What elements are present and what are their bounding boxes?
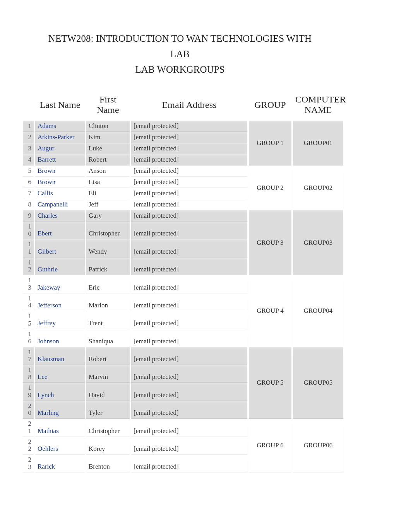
last-name-cell: Ebert bbox=[35, 222, 85, 239]
workgroups-table: Last Name First Name Email Address GROUP… bbox=[21, 89, 345, 472]
first-name-cell: Eli bbox=[86, 188, 130, 199]
last-name-cell: Brown bbox=[35, 165, 85, 177]
last-name-cell: Jeffrey bbox=[35, 311, 85, 329]
first-name-cell: Gary bbox=[86, 210, 130, 222]
table-row: 9CharlesGary[email protected]GROUP 3GROU… bbox=[23, 210, 343, 222]
first-name-cell: Korey bbox=[86, 437, 130, 455]
group-cell: GROUP 3 bbox=[249, 210, 291, 275]
last-name-link[interactable]: Klausman bbox=[38, 355, 64, 363]
last-name-link[interactable]: Jeffrey bbox=[38, 319, 56, 327]
workgroups-table-wrap: Last Name First Name Email Address GROUP… bbox=[21, 89, 339, 472]
last-name-cell: Adams bbox=[35, 121, 85, 132]
row-number: 8 bbox=[23, 199, 34, 210]
last-name-cell: Lynch bbox=[35, 383, 85, 401]
first-name-cell: Wendy bbox=[86, 239, 130, 257]
first-name-cell: David bbox=[86, 383, 130, 401]
row-number: 18 bbox=[23, 365, 34, 383]
row-number: 17 bbox=[23, 347, 34, 365]
last-name-cell: Gilbert bbox=[35, 239, 85, 257]
group-cell: GROUP 5 bbox=[249, 347, 291, 419]
last-name-link[interactable]: Brown bbox=[38, 178, 55, 186]
email-cell: [email protected] bbox=[131, 275, 247, 293]
last-name-link[interactable]: Lynch bbox=[38, 391, 54, 399]
row-number: 3 bbox=[23, 143, 34, 154]
first-name-cell: Tyler bbox=[86, 401, 130, 419]
first-name-cell: Brenton bbox=[86, 455, 130, 472]
email-cell: [email protected] bbox=[131, 401, 247, 419]
email-cell: [email protected] bbox=[131, 222, 247, 239]
last-name-cell: Brown bbox=[35, 177, 85, 188]
last-name-cell: Atkins-Parker bbox=[35, 132, 85, 143]
last-name-cell: Campanelli bbox=[35, 199, 85, 210]
col-email-header: Email Address bbox=[131, 89, 247, 121]
email-cell: [email protected] bbox=[131, 165, 247, 177]
last-name-cell: Rarick bbox=[35, 455, 85, 472]
row-number: 19 bbox=[23, 383, 34, 401]
last-name-link[interactable]: Brown bbox=[38, 167, 55, 174]
row-number: 4 bbox=[23, 154, 34, 165]
last-name-link[interactable]: Mathias bbox=[38, 427, 59, 435]
email-cell: [email protected] bbox=[131, 257, 247, 275]
last-name-link[interactable]: Ebert bbox=[38, 230, 52, 237]
email-cell: [email protected] bbox=[131, 239, 247, 257]
last-name-cell: Guthrie bbox=[35, 257, 85, 275]
row-number: 22 bbox=[23, 437, 34, 455]
last-name-link[interactable]: Augur bbox=[38, 145, 54, 152]
last-name-link[interactable]: Rarick bbox=[38, 463, 55, 470]
last-name-cell: Oehlers bbox=[35, 437, 85, 455]
computer-name-cell: GROUP01 bbox=[293, 121, 343, 165]
computer-name-cell: GROUP05 bbox=[293, 347, 343, 419]
last-name-link[interactable]: Adams bbox=[38, 122, 56, 130]
col-last-header: Last Name bbox=[35, 89, 85, 121]
computer-name-cell: GROUP06 bbox=[293, 419, 343, 472]
row-number: 5 bbox=[23, 165, 34, 177]
col-number-header bbox=[23, 89, 34, 121]
last-name-cell: Klausman bbox=[35, 347, 85, 365]
row-number: 11 bbox=[23, 239, 34, 257]
email-cell: [email protected] bbox=[131, 383, 247, 401]
email-cell: [email protected] bbox=[131, 365, 247, 383]
computer-name-cell: GROUP02 bbox=[293, 165, 343, 210]
last-name-link[interactable]: Jefferson bbox=[38, 302, 62, 309]
group-cell: GROUP 2 bbox=[249, 165, 291, 210]
first-name-cell: Luke bbox=[86, 143, 130, 154]
last-name-link[interactable]: Marling bbox=[38, 409, 59, 416]
last-name-link[interactable]: Barrett bbox=[38, 156, 56, 163]
first-name-cell: Lisa bbox=[86, 177, 130, 188]
last-name-cell: Jakeway bbox=[35, 275, 85, 293]
last-name-link[interactable]: Gilbert bbox=[38, 248, 56, 255]
row-number: 6 bbox=[23, 177, 34, 188]
title-line-2: LAB bbox=[45, 46, 315, 62]
last-name-link[interactable]: Guthrie bbox=[38, 266, 58, 273]
last-name-cell: Augur bbox=[35, 143, 85, 154]
last-name-link[interactable]: Campanelli bbox=[38, 201, 68, 208]
first-name-cell: Patrick bbox=[86, 257, 130, 275]
email-cell: [email protected] bbox=[131, 311, 247, 329]
row-number: 23 bbox=[23, 455, 34, 472]
email-cell: [email protected] bbox=[131, 121, 247, 132]
last-name-link[interactable]: Johnson bbox=[38, 338, 59, 345]
first-name-cell: Marlon bbox=[86, 293, 130, 311]
email-cell: [email protected] bbox=[131, 188, 247, 199]
first-name-cell: Kim bbox=[86, 132, 130, 143]
last-name-link[interactable]: Jakeway bbox=[38, 284, 60, 291]
group-cell: GROUP 4 bbox=[249, 275, 291, 347]
last-name-link[interactable]: Atkins-Parker bbox=[38, 133, 74, 141]
email-cell: [email protected] bbox=[131, 329, 247, 347]
email-cell: [email protected] bbox=[131, 419, 247, 437]
computer-name-cell: GROUP04 bbox=[293, 275, 343, 347]
email-cell: [email protected] bbox=[131, 132, 247, 143]
group-cell: GROUP 6 bbox=[249, 419, 291, 472]
row-number: 13 bbox=[23, 275, 34, 293]
email-cell: [email protected] bbox=[131, 199, 247, 210]
first-name-cell: Robert bbox=[86, 347, 130, 365]
last-name-link[interactable]: Charles bbox=[38, 212, 58, 219]
row-number: 20 bbox=[23, 401, 34, 419]
table-row: 5BrownAnson[email protected]GROUP 2GROUP… bbox=[23, 165, 343, 177]
last-name-link[interactable]: Oehlers bbox=[38, 445, 58, 452]
email-cell: [email protected] bbox=[131, 143, 247, 154]
row-number: 10 bbox=[23, 222, 34, 239]
last-name-link[interactable]: Lee bbox=[38, 373, 47, 380]
last-name-link[interactable]: Callis bbox=[38, 189, 53, 197]
row-number: 1 bbox=[23, 121, 34, 132]
